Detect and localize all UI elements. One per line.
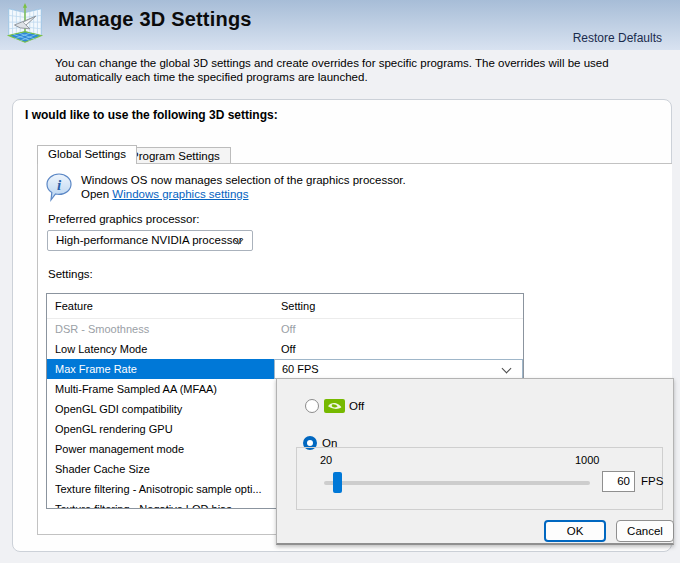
slider-max-label: 1000 [575,454,599,466]
info-text-line2: Open Windows graphics settings [81,188,248,200]
fps-unit-label: FPS [641,475,663,487]
table-row[interactable]: Low Latency Mode Off [47,339,523,359]
table-row[interactable]: DSR - Smoothness Off [47,319,523,339]
column-header-feature: Feature [55,294,93,318]
column-header-setting: Setting [281,294,315,318]
restore-defaults-link[interactable]: Restore Defaults [573,31,662,45]
radio-off[interactable] [305,399,319,413]
page-description: You can change the global 3D settings an… [55,56,673,84]
preferred-processor-label: Preferred graphics processor: [48,213,199,225]
frame-rate-slider-track[interactable] [324,481,590,485]
max-frame-rate-value: 60 FPS [282,363,319,375]
page-header: Manage 3D Settings Restore Defaults [0,0,680,50]
ok-button[interactable]: OK [544,520,606,542]
panel-heading: I would like to use the following 3D set… [25,108,278,122]
frame-rate-value-input[interactable]: 60 [602,471,635,492]
table-row-max-frame-rate[interactable]: Max Frame Rate 60 FPS [47,359,523,379]
chevron-down-icon [502,364,512,374]
tab-global-settings[interactable]: Global Settings [37,145,137,164]
frame-rate-slider-thumb[interactable] [333,472,342,493]
slider-min-label: 20 [320,454,332,466]
frame-rate-groupbox: 20 1000 60 FPS [296,447,663,510]
selected-feature-cell: Max Frame Rate [47,359,274,379]
nvidia-logo-icon [324,399,345,413]
settings-label: Settings: [48,268,93,280]
off-label: Off [349,400,364,412]
info-text-line1: Windows OS now manages selection of the … [81,174,406,186]
cancel-button[interactable]: Cancel [616,520,674,542]
page-title: Manage 3D Settings [58,8,252,31]
windows-graphics-settings-link[interactable]: Windows graphics settings [112,188,248,200]
manage-3d-settings-icon [2,2,48,48]
info-open-prefix: Open [81,188,112,200]
info-icon: i [46,173,72,203]
preferred-processor-value: High-performance NVIDIA processor [56,234,243,246]
max-frame-rate-dropdown[interactable]: 60 FPS [274,359,523,379]
preferred-processor-dropdown[interactable]: High-performance NVIDIA processor [47,230,253,251]
max-frame-rate-popup: Off On 20 1000 60 FPS OK Cancel [276,378,674,545]
table-header: Feature Setting [47,294,523,319]
